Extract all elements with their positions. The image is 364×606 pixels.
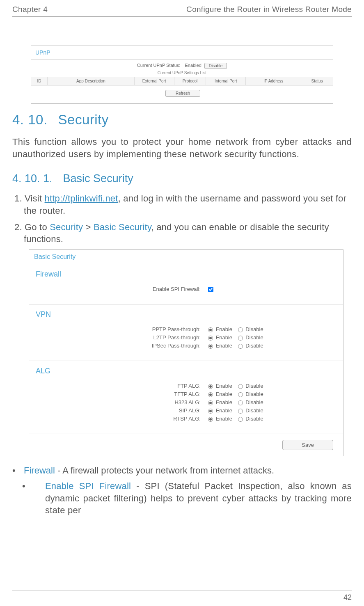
step-2-pre: 2. Go to [14,222,50,232]
ipsec-label: IPSec Pass-through: [36,343,208,349]
upnp-list-title: Current UPnP Settings List [31,71,333,75]
chapter-label: Chapter 4 [12,5,48,14]
rtsp-alg-enable-radio[interactable] [208,417,213,422]
save-button[interactable]: Save [282,440,333,450]
vpn-section-head: VPN [36,310,337,319]
spi-firewall-term: Enable SPI Firewall [45,481,131,491]
pptp-label: PPTP Pass-through: [36,326,208,332]
upnp-status-value: Enabled [185,63,201,68]
page-header: Chapter 4 Configure the Router in Wirele… [12,0,352,14]
tftp-alg-enable-radio[interactable] [208,392,213,397]
basic-security-screenshot: Basic Security Firewall Enable SPI Firew… [29,249,343,456]
tplink-url-link[interactable]: http://tplinkwifi.net [45,193,118,204]
col-ip-address: IP Address [246,77,301,85]
page-number: 42 [343,593,352,602]
security-heading-number: 4. 10. [12,112,48,127]
ipsec-enable-radio[interactable] [208,344,213,349]
step-1-pre: 1. Visit [14,193,45,204]
chapter-title: Configure the Router in Wireless Router … [186,5,352,14]
step-2: 2. Go to Security > Basic Security, and … [12,221,352,245]
tftp-alg-disable-radio[interactable] [238,392,243,397]
ftp-alg-disable-radio[interactable] [238,384,243,389]
upnp-table-header: ID App Description External Port Protoco… [31,77,333,85]
firewall-desc: - A firewall protects your network from … [55,465,274,476]
sip-alg-disable-radio[interactable] [238,409,243,414]
ftp-alg-enable-radio[interactable] [208,384,213,389]
security-heading-title: Security [58,112,109,127]
upnp-title: UPnP [31,46,333,59]
pptp-enable-radio[interactable] [208,327,213,332]
ftp-alg-label: FTP ALG: [36,383,208,389]
upnp-status-row: Current UPnP Status: Enabled Disable [31,63,333,69]
alg-section-head: ALG [36,367,337,375]
step-1: 1. Visit http://tplinkwifi.net, and log … [12,192,352,217]
basic-security-heading: 4. 10. 1.Basic Security [12,172,352,185]
ipsec-disable-radio[interactable] [238,344,243,349]
nav-security: Security [50,222,83,232]
col-protocol: Protocol [174,77,206,85]
upnp-disable-button[interactable]: Disable [204,63,227,69]
vpn-section: VPN PPTP Pass-through: Enable Disable L2… [29,304,343,361]
l2tp-disable-radio[interactable] [238,336,243,341]
col-id: ID [31,77,48,85]
spi-firewall-checkbox[interactable] [208,287,213,292]
pptp-disable-radio[interactable] [238,327,243,332]
firewall-section: Firewall Enable SPI Firewall: [29,264,343,304]
l2tp-label: L2TP Pass-through: [36,334,208,341]
header-divider [12,16,352,17]
basic-security-heading-number: 4. 10. 1. [12,172,53,185]
col-internal-port: Internal Port [206,77,246,85]
bullet-icon: • [34,480,45,492]
sip-alg-label: SIP ALG: [36,407,208,414]
h323-alg-disable-radio[interactable] [238,400,243,405]
sip-alg-enable-radio[interactable] [208,409,213,414]
rtsp-alg-label: RTSP ALG: [36,416,208,422]
h323-alg-label: H323 ALG: [36,399,208,405]
step-2-sep: > [83,222,94,232]
upnp-status-label: Current UPnP Status: [137,63,181,68]
upnp-refresh-button[interactable]: Refresh [165,90,200,97]
firewall-section-head: Firewall [36,270,337,279]
spi-firewall-label: Enable SPI Firewall: [36,286,208,292]
spi-firewall-bullet: •Enable SPI Firewall - SPI (Stateful Pac… [12,480,352,517]
basic-security-heading-title: Basic Security [63,172,133,185]
col-app-description: App Description [48,77,135,85]
security-heading: 4. 10.Security [12,112,352,128]
bullet-icon: • [18,464,24,477]
h323-alg-enable-radio[interactable] [208,400,213,405]
firewall-term: Firewall [24,465,55,476]
firewall-bullet: •Firewall - A firewall protects your net… [12,464,352,477]
rtsp-alg-disable-radio[interactable] [238,417,243,422]
security-intro-paragraph: This function allows you to protect your… [12,136,352,160]
tftp-alg-label: TFTP ALG: [36,391,208,397]
l2tp-enable-radio[interactable] [208,336,213,341]
col-status: Status [301,77,333,85]
footer-divider [12,590,352,590]
basic-security-panel-title: Basic Security [29,250,343,264]
alg-section: ALG FTP ALG: Enable Disable TFTP ALG: En… [29,361,343,434]
col-external-port: External Port [135,77,174,85]
upnp-screenshot: UPnP Current UPnP Status: Enabled Disabl… [31,46,333,104]
nav-basic-security: Basic Security [94,222,151,232]
